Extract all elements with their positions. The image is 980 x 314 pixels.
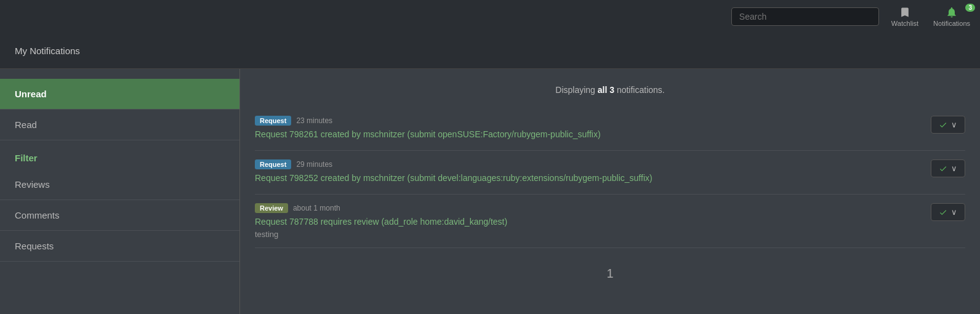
top-navigation: Watchlist 3 Notifications	[0, 0, 980, 33]
notification-link[interactable]: Request 787788 requires review (add_role…	[255, 217, 918, 227]
displaying-text: Displaying all 3 notifications.	[255, 79, 965, 107]
notifications-nav-item[interactable]: 3 Notifications	[933, 6, 970, 27]
notification-details: Request 29 minutes Request 798252 create…	[255, 159, 918, 185]
notification-item: Request 23 minutes Request 798261 create…	[255, 107, 965, 151]
notification-details: Review about 1 month Request 787788 requ…	[255, 203, 918, 239]
mark-read-button[interactable]: ∨	[931, 203, 965, 221]
notification-item: Review about 1 month Request 787788 requ…	[255, 195, 965, 248]
sidebar-item-requests[interactable]: Requests	[0, 231, 239, 262]
notification-meta: Request 29 minutes	[255, 159, 918, 169]
notification-tag: Request	[255, 116, 291, 126]
check-icon	[939, 164, 947, 173]
notification-meta: Request 23 minutes	[255, 116, 918, 126]
notifications-label: Notifications	[933, 20, 970, 27]
sidebar-item-read[interactable]: Read	[0, 110, 239, 140]
dropdown-arrow: ∨	[951, 120, 957, 129]
page-header: My Notifications	[0, 33, 980, 69]
mark-read-button[interactable]: ∨	[931, 159, 965, 177]
notification-time: 23 minutes	[296, 116, 332, 125]
watchlist-label: Watchlist	[891, 20, 918, 27]
filter-label: Filter	[0, 140, 239, 169]
page-number: 1	[255, 248, 965, 299]
sidebar-item-comments[interactable]: Comments	[0, 200, 239, 231]
notifications-badge: 3	[965, 4, 975, 12]
notification-tag: Review	[255, 203, 288, 213]
notification-item: Request 29 minutes Request 798252 create…	[255, 151, 965, 195]
watchlist-nav-item[interactable]: Watchlist	[891, 6, 918, 27]
bell-icon	[946, 6, 958, 18]
search-input[interactable]	[731, 7, 879, 26]
notification-meta: Review about 1 month	[255, 203, 918, 213]
notification-time: about 1 month	[293, 204, 340, 212]
notification-time: 29 minutes	[296, 160, 332, 169]
check-icon	[939, 121, 947, 129]
sidebar: Unread Read Filter Reviews Comments Requ…	[0, 69, 240, 314]
check-icon	[939, 208, 947, 217]
main-layout: Unread Read Filter Reviews Comments Requ…	[0, 69, 980, 314]
notification-link[interactable]: Request 798261 created by mschnitzer (su…	[255, 129, 918, 139]
notification-tag: Request	[255, 159, 291, 169]
notification-sub: testing	[255, 230, 278, 239]
mark-read-button[interactable]: ∨	[931, 116, 965, 134]
notification-link[interactable]: Request 798252 created by mschnitzer (su…	[255, 173, 918, 183]
notification-details: Request 23 minutes Request 798261 create…	[255, 116, 918, 142]
sidebar-item-unread[interactable]: Unread	[0, 79, 239, 110]
dropdown-arrow: ∨	[951, 164, 957, 173]
sidebar-item-reviews[interactable]: Reviews	[0, 169, 239, 200]
notifications-content: Displaying all 3 notifications. Request …	[240, 69, 980, 314]
bookmark-icon	[899, 6, 911, 18]
dropdown-arrow: ∨	[951, 207, 957, 217]
page-title: My Notifications	[15, 46, 80, 56]
nav-icons: Watchlist 3 Notifications	[891, 6, 970, 27]
